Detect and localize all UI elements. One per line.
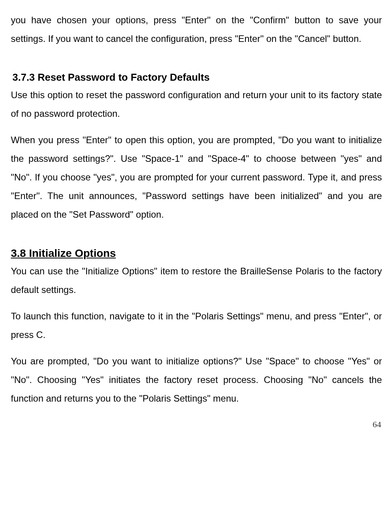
- heading-3-8: 3.8 Initialize Options: [11, 247, 382, 260]
- body-paragraph: When you press "Enter" to open this opti…: [11, 131, 382, 224]
- body-paragraph: You can use the "Initialize Options" ite…: [11, 262, 382, 299]
- page-number: 64: [11, 419, 382, 430]
- heading-3-7-3: 3.7.3 Reset Password to Factory Defaults: [12, 71, 382, 83]
- body-paragraph: you have chosen your options, press "Ent…: [11, 11, 382, 48]
- body-paragraph: To launch this function, navigate to it …: [11, 307, 382, 344]
- body-paragraph: Use this option to reset the password co…: [11, 86, 382, 123]
- body-paragraph: You are prompted, "Do you want to initia…: [11, 352, 382, 408]
